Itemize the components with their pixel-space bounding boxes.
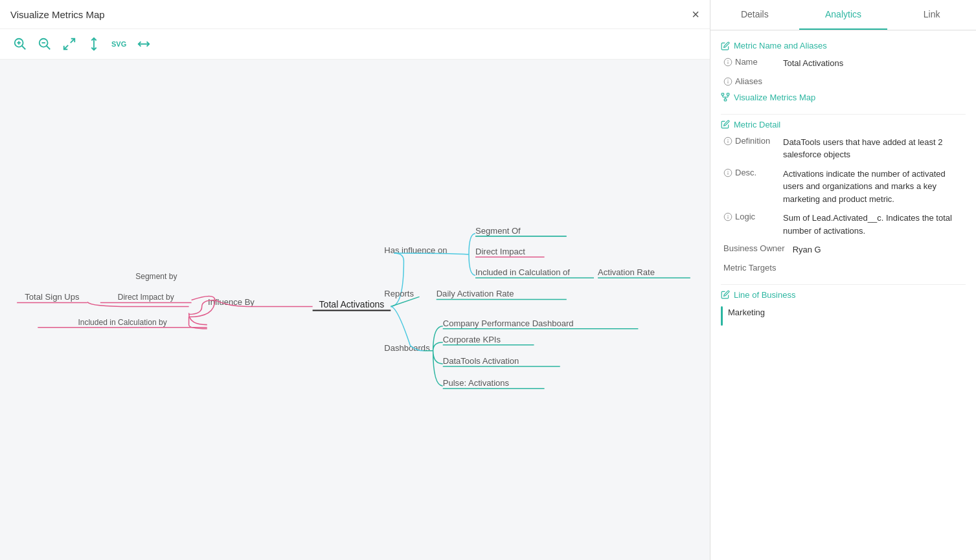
business-owner-label: Business Owner bbox=[723, 243, 785, 256]
lob-value: Marketing bbox=[728, 306, 966, 319]
metric-targets-row: Metric Targets bbox=[721, 263, 966, 273]
toolbar: SVG bbox=[0, 29, 710, 60]
info-icon-def bbox=[723, 137, 732, 146]
info-icon-aliases bbox=[723, 77, 732, 86]
resize-button[interactable] bbox=[134, 36, 153, 52]
zoom-out-icon bbox=[38, 37, 52, 51]
info-icon-logic bbox=[723, 212, 732, 221]
daily-activation-rate-label: Daily Activation Rate bbox=[437, 289, 514, 298]
definition-label: Definition bbox=[723, 136, 775, 161]
map-header: Visualize Metrics Map × bbox=[0, 0, 710, 29]
tab-details[interactable]: Details bbox=[710, 0, 799, 30]
divider-2 bbox=[721, 284, 966, 285]
svg-line-6 bbox=[47, 46, 51, 50]
total-sign-ups-label: Total Sign Ups bbox=[25, 292, 80, 302]
divider-1 bbox=[721, 114, 966, 115]
included-calc-of-label: Included in Calculation of bbox=[475, 267, 570, 277]
left-panel: Visualize Metrics Map × bbox=[0, 0, 710, 560]
zoom-in-button[interactable] bbox=[10, 36, 30, 52]
svg-line-8 bbox=[64, 45, 68, 49]
pencil-icon-detail bbox=[721, 120, 730, 129]
metric-targets-label: Metric Targets bbox=[723, 263, 776, 273]
metric-detail-section: Metric Detail Definition DataTools users… bbox=[721, 120, 966, 273]
right-panel: Details Analytics Link Metric Name and A… bbox=[710, 0, 976, 560]
panel-content: Metric Name and Aliases Name Total Activ… bbox=[710, 30, 976, 348]
desc-value: Activations indicate the number of activ… bbox=[783, 168, 966, 206]
svg-rect-32 bbox=[724, 99, 727, 101]
expand-button[interactable] bbox=[60, 36, 79, 52]
metric-name-section-label: Metric Name and Aliases bbox=[734, 41, 827, 50]
line-of-business-section: Line of Business Marketing bbox=[721, 290, 966, 326]
logic-label: Logic bbox=[723, 212, 775, 237]
zoom-in-icon bbox=[13, 37, 27, 51]
tabs-container: Details Analytics Link bbox=[710, 0, 976, 30]
updown-icon bbox=[87, 37, 101, 51]
viz-metrics-link[interactable]: Visualize Metrics Map bbox=[721, 93, 966, 102]
metric-name-section: Metric Name and Aliases Name Total Activ… bbox=[721, 41, 966, 102]
pencil-icon-lob bbox=[721, 290, 730, 299]
desc-row: Desc. Activations indicate the number of… bbox=[721, 168, 966, 206]
zoom-out-button[interactable] bbox=[35, 36, 54, 52]
aliases-field-row: Aliases bbox=[721, 76, 966, 86]
metrics-map-svg: Total Activations Influence By Segment b… bbox=[0, 60, 710, 560]
logic-value: Sum of Lead.Activated__c. Indicates the … bbox=[783, 212, 966, 237]
segment-by-label: Segment by bbox=[135, 272, 177, 281]
main-container: Visualize Metrics Map × bbox=[0, 0, 976, 560]
direct-impact-by-label: Direct Impact by bbox=[118, 293, 174, 302]
definition-row: Definition DataTools users that have add… bbox=[721, 136, 966, 161]
name-label: Name bbox=[723, 57, 775, 70]
aliases-value bbox=[783, 76, 966, 86]
map-canvas: Total Activations Influence By Segment b… bbox=[0, 60, 710, 560]
metric-targets-value bbox=[784, 263, 966, 273]
close-button[interactable]: × bbox=[692, 8, 699, 21]
corporate-kpis-label: Corporate KPIs bbox=[443, 335, 501, 344]
lob-header[interactable]: Line of Business bbox=[721, 290, 966, 300]
business-owner-row: Business Owner Ryan G bbox=[721, 243, 966, 256]
svg-line-3 bbox=[22, 46, 26, 50]
updown-button[interactable] bbox=[84, 36, 104, 52]
resize-icon bbox=[137, 37, 151, 51]
metric-detail-header[interactable]: Metric Detail bbox=[721, 120, 966, 129]
map-title: Visualize Metrics Map bbox=[10, 9, 105, 20]
datatools-activation-label: DataTools Activation bbox=[443, 356, 519, 366]
reports-label: Reports bbox=[384, 289, 414, 298]
hierarchy-icon bbox=[721, 93, 730, 102]
direct-impact-label: Direct Impact bbox=[475, 247, 525, 256]
definition-value: DataTools users that have added at least… bbox=[783, 136, 966, 161]
info-icon-name bbox=[723, 58, 732, 67]
expand-icon bbox=[62, 37, 76, 51]
aliases-label: Aliases bbox=[723, 76, 775, 86]
metric-name-header[interactable]: Metric Name and Aliases bbox=[721, 41, 966, 50]
svg-export-label: SVG bbox=[111, 40, 126, 48]
name-field-row: Name Total Activations bbox=[721, 57, 966, 70]
activation-rate-label: Activation Rate bbox=[598, 267, 655, 277]
name-value: Total Activations bbox=[783, 57, 966, 70]
svg-export-button[interactable]: SVG bbox=[109, 39, 129, 49]
logic-row: Logic Sum of Lead.Activated__c. Indicate… bbox=[721, 212, 966, 237]
svg-rect-30 bbox=[721, 93, 724, 95]
info-icon-desc bbox=[723, 168, 732, 177]
pencil-icon bbox=[721, 41, 730, 50]
svg-rect-31 bbox=[727, 93, 729, 95]
svg-line-7 bbox=[71, 39, 74, 43]
business-owner-value: Ryan G bbox=[793, 243, 966, 256]
center-node-label: Total Activations bbox=[319, 299, 385, 309]
included-calc-by-label: Included in Calculation by bbox=[78, 318, 166, 327]
desc-label: Desc. bbox=[723, 168, 775, 206]
segment-of-label: Segment Of bbox=[475, 226, 521, 236]
lob-value-row: Marketing bbox=[721, 306, 966, 326]
lob-bar bbox=[721, 306, 723, 326]
company-perf-dashboard-label: Company Performance Dashboard bbox=[443, 319, 574, 328]
pulse-activations-label: Pulse: Activations bbox=[443, 378, 510, 388]
tab-analytics[interactable]: Analytics bbox=[799, 0, 888, 30]
tab-link[interactable]: Link bbox=[887, 0, 976, 30]
